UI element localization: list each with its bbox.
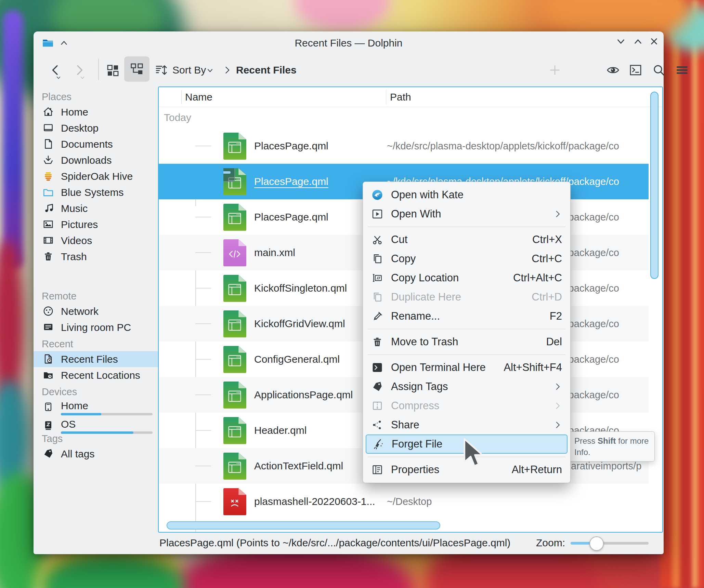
tag-icon [42, 448, 54, 459]
zoom-slider-handle[interactable] [589, 536, 604, 551]
file-row[interactable]: plasmashell-20220603-1... ~/Desktop [159, 484, 649, 519]
os-disk-icon [42, 419, 54, 431]
toolbar: Sort By Recent Files [34, 55, 664, 85]
qml-file-icon [223, 346, 246, 373]
details-view-button[interactable] [124, 56, 149, 82]
sidebar-item-network[interactable]: Network [34, 303, 158, 319]
menu-item-share[interactable]: Share [363, 415, 570, 435]
qml-file-icon [223, 275, 246, 302]
trash-icon [42, 251, 54, 262]
share-icon [371, 419, 383, 431]
close-button[interactable] [648, 36, 660, 47]
forward-history-chevron-icon[interactable] [79, 75, 86, 81]
column-header-name[interactable]: Name [185, 87, 212, 107]
sidebar-item-device-home[interactable]: Home [34, 399, 158, 417]
section-header-devices: Devices [34, 385, 158, 399]
sidebar-item-desktop[interactable]: Desktop [34, 120, 158, 136]
app-folder-icon [41, 37, 55, 49]
properties-icon [371, 464, 383, 476]
qml-file-icon [223, 204, 246, 231]
sidebar-item-downloads[interactable]: Downloads [34, 152, 158, 168]
harddisk-icon [42, 401, 54, 413]
menu-item-compress[interactable]: Compress [363, 396, 570, 415]
menu-item-rename[interactable]: Rename... F2 [363, 307, 570, 326]
split-view-plus-icon[interactable] [548, 63, 562, 77]
section-header-remote: Remote [34, 289, 158, 303]
open-with-icon [371, 208, 383, 220]
copy-location-icon [371, 272, 383, 284]
sidebar-item-pictures[interactable]: Pictures [34, 216, 158, 232]
desktop: Recent Files — Dolphin Sort By Recent Fi… [0, 0, 704, 588]
icons-view-icon[interactable] [106, 63, 120, 77]
recent-file-icon [42, 353, 54, 365]
tag-icon [371, 380, 383, 393]
preview-eye-icon[interactable] [606, 63, 620, 77]
section-header-tags: Tags [34, 431, 158, 446]
sidebar-item-recent-files[interactable]: Recent Files [34, 351, 158, 367]
trash-icon [371, 336, 383, 348]
desktop-icon [42, 122, 54, 134]
menu-item-copy[interactable]: Copy Ctrl+C [363, 249, 570, 268]
music-icon [42, 202, 54, 214]
horizontal-scrollbar[interactable] [167, 521, 440, 530]
menu-separator [368, 329, 565, 329]
selection-toggle-icon[interactable] [218, 165, 235, 182]
terminal-icon[interactable] [629, 63, 642, 77]
submenu-chevron-icon [553, 382, 562, 391]
menu-item-open-terminal-here[interactable]: Open Terminal Here Alt+Shift+F4 [363, 358, 570, 377]
blue-folder-icon [42, 186, 54, 198]
sidebar-item-recent-locations[interactable]: Recent Locations [34, 367, 158, 383]
menu-item-assign-tags[interactable]: Assign Tags [363, 377, 570, 396]
submenu-chevron-icon [553, 420, 562, 429]
menu-item-cut[interactable]: Cut Ctrl+X [363, 230, 570, 249]
recent-folder-icon [42, 369, 54, 381]
search-icon[interactable] [652, 63, 666, 77]
submenu-chevron-icon [553, 210, 562, 218]
details-view-icon [130, 62, 144, 76]
minimize-button[interactable] [615, 36, 627, 47]
zoom-label: Zoom: [536, 533, 565, 553]
terminal-dark-icon [371, 361, 383, 374]
sidebar-item-music[interactable]: Music [34, 200, 158, 216]
pc-icon [42, 321, 54, 333]
group-header-today: Today [164, 110, 191, 125]
xml-file-icon [223, 239, 246, 266]
home-icon [42, 106, 54, 118]
zoom-slider[interactable] [571, 542, 649, 545]
qml-file-icon [223, 133, 246, 160]
menu-item-duplicate-here[interactable]: Duplicate Here Ctrl+D [363, 288, 570, 307]
sort-by-button[interactable]: Sort By [172, 55, 206, 85]
mouse-cursor [462, 438, 486, 470]
titlebar-chevron-up-icon[interactable] [59, 38, 69, 48]
maximize-button[interactable] [632, 36, 644, 47]
menu-item-open-with-kate[interactable]: Open with Kate [363, 185, 570, 204]
downloads-icon [42, 154, 54, 166]
crash-file-icon [223, 488, 246, 515]
sidebar-item-living-room-pc[interactable]: Living room PC [34, 319, 158, 335]
back-history-chevron-icon[interactable] [55, 75, 62, 81]
sidebar-item-home[interactable]: Home [34, 104, 158, 120]
places-panel: Places Home Desktop Documents Downloads … [34, 85, 158, 533]
copy-icon [371, 253, 383, 265]
breadcrumb[interactable]: Recent Files [236, 55, 297, 85]
sidebar-item-all-tags[interactable]: All tags [34, 446, 158, 462]
menu-item-open-with[interactable]: Open With [363, 204, 570, 224]
status-text: PlacesPage.qml (Points to ~/kde/src/.../… [159, 533, 510, 553]
sidebar-item-documents[interactable]: Documents [34, 136, 158, 152]
sidebar-item-spideroak[interactable]: SpiderOak Hive [34, 168, 158, 184]
sort-icon[interactable] [155, 63, 168, 77]
vertical-scrollbar[interactable] [650, 92, 659, 279]
file-row[interactable]: PlacesPage.qml ~/kde/src/plasma-desktop/… [159, 128, 649, 164]
sidebar-item-trash[interactable]: Trash [34, 249, 158, 265]
sidebar-item-blue-systems[interactable]: Blue Systems [34, 184, 158, 200]
menu-item-copy-location[interactable]: Copy Location Ctrl+Alt+C [363, 268, 570, 288]
sort-by-chevron-icon[interactable] [206, 66, 214, 75]
titlebar[interactable]: Recent Files — Dolphin [34, 31, 664, 55]
section-header-places: Places [34, 90, 158, 104]
sidebar-item-videos[interactable]: Videos [34, 232, 158, 249]
hamburger-menu-icon[interactable] [675, 63, 689, 77]
menu-item-move-to-trash[interactable]: Move to Trash Del [363, 332, 570, 351]
qml-file-icon [223, 417, 246, 444]
videos-icon [42, 235, 54, 246]
column-header-path[interactable]: Path [390, 87, 411, 107]
